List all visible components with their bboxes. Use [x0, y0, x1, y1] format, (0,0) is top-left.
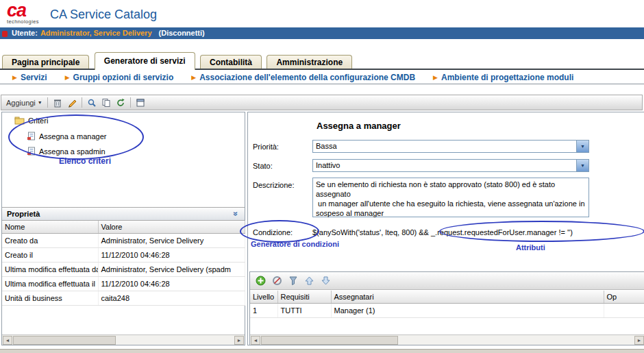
- collapse-icon[interactable]: «: [230, 208, 240, 219]
- chevron-down-icon[interactable]: ▼: [576, 141, 589, 152]
- add-menu-label: Aggiungi: [6, 99, 36, 107]
- subnav-arrow-icon: ▶: [191, 74, 196, 81]
- condition-label: Condizione:: [253, 228, 293, 236]
- description-textarea[interactable]: Se un elemento di richiesta non è stato …: [312, 178, 589, 217]
- page-title: Assegna a manager: [317, 121, 401, 131]
- tree-node-label: Criteri: [28, 117, 48, 125]
- property-name: Ultima modifica effettuata il: [2, 277, 98, 291]
- chevron-down-icon: ▼: [38, 100, 42, 105]
- assignees-col-assegnatari[interactable]: Assegnatari: [331, 291, 604, 304]
- app-title: CA Service Catalog: [50, 8, 157, 22]
- user-label: Utente:: [12, 29, 38, 37]
- assignee-requirements: TUTTI: [277, 304, 331, 318]
- tree-node-label: Assegna a manager: [39, 132, 106, 141]
- refresh-icon[interactable]: [116, 98, 125, 108]
- property-value: caita248: [98, 291, 245, 306]
- window-bottom-edge: [0, 349, 644, 353]
- state-select[interactable]: Inattivo ▼: [312, 159, 589, 172]
- criterion-icon: [27, 147, 36, 156]
- toolbar-separator: [82, 97, 82, 108]
- assignees-section: Livello Requisiti Assegnatari Op 1 TUTTI…: [249, 271, 644, 345]
- assignees-col-op[interactable]: Op: [604, 291, 644, 304]
- logout-link[interactable]: (Disconnetti): [159, 29, 205, 37]
- edit-pencil-icon[interactable]: [67, 98, 77, 108]
- ca-logo-text: ca: [7, 2, 48, 19]
- assignee-value: Manager (1): [331, 304, 604, 318]
- ca-logo: ca technologies: [7, 2, 48, 25]
- assignees-col-requisiti[interactable]: Requisiti: [277, 291, 331, 304]
- description-label: Descrizione:: [253, 181, 295, 189]
- annotation-criteria-list: Elenco criteri: [59, 156, 111, 166]
- criterion-icon: [27, 132, 36, 141]
- subnav-label: Gruppi opzioni di servizio: [73, 73, 174, 82]
- copy-icon[interactable]: [101, 98, 111, 108]
- tab-amministrazione[interactable]: Amministrazione: [267, 55, 352, 70]
- subnav-item-servizi[interactable]: ▶ Servizi: [12, 73, 47, 82]
- filter-icon[interactable]: [288, 276, 298, 286]
- subnav-label: Servizi: [21, 73, 47, 82]
- subnav-item-associazione-cmdb[interactable]: ▶ Associazione dell'elemento della confi…: [191, 73, 415, 82]
- ca-service-catalog-window: ca technologies CA Service Catalog Utent…: [0, 0, 644, 353]
- report-icon[interactable]: [136, 98, 145, 108]
- add-icon[interactable]: [256, 276, 266, 286]
- remove-icon[interactable]: [272, 276, 282, 286]
- assignee-op: [604, 304, 644, 318]
- subnav-label: Associazione dell'elemento della configu…: [199, 73, 415, 82]
- ca-logo-subtext: technologies: [7, 19, 48, 25]
- table-row: Ultima modifica effettuata daAdministrat…: [2, 263, 245, 277]
- delete-icon[interactable]: [53, 98, 62, 108]
- subnav: ▶ Servizi ▶ Gruppi opzioni di servizio ▶…: [0, 71, 644, 84]
- tree-node-assegna-a-manager[interactable]: Assegna a manager: [27, 132, 106, 141]
- state-value: Inattivo: [316, 161, 340, 169]
- table-row: Creato daAdministrator, Service Delivery: [2, 234, 245, 248]
- properties-col-nome[interactable]: Nome: [2, 221, 98, 234]
- property-value: 11/12/2010 04:46:28: [98, 277, 245, 291]
- tab-pagina-principale[interactable]: Pagina principale: [2, 55, 89, 70]
- move-up-icon[interactable]: [304, 276, 314, 286]
- scroll-left-icon[interactable]: ◄: [251, 336, 260, 345]
- subnav-arrow-icon: ▶: [65, 74, 70, 81]
- assignee-level: 1: [250, 304, 277, 318]
- scroll-right-icon[interactable]: ►: [234, 336, 244, 345]
- property-value: 11/12/2010 04:46:28: [98, 248, 245, 263]
- tab-generatore-di-servizi[interactable]: Generatore di servizi: [95, 52, 195, 70]
- subnav-item-gruppi-opzioni[interactable]: ▶ Gruppi opzioni di servizio: [65, 73, 174, 82]
- tree-node-criteri[interactable]: Criteri: [14, 117, 48, 125]
- subnav-item-ambiente-moduli[interactable]: ▶ Ambiente di progettazione moduli: [433, 73, 573, 82]
- tree-node-label: Assegna a spadmin: [39, 147, 106, 156]
- scrollbar-thumb[interactable]: [13, 336, 116, 345]
- toolbar-separator: [130, 97, 131, 108]
- assignees-table: Livello Requisiti Assegnatari Op 1 TUTTI…: [250, 291, 644, 318]
- table-row: Creato il11/12/2010 04:46:28: [2, 248, 245, 263]
- subnav-arrow-icon: ▶: [433, 74, 438, 81]
- assignees-horizontal-scrollbar[interactable]: ◄ ►: [250, 334, 644, 345]
- priority-select[interactable]: Bassa ▼: [312, 140, 589, 153]
- properties-title: Proprietà: [7, 210, 40, 218]
- scrollbar-thumb[interactable]: [261, 336, 398, 345]
- assignees-toolbar: [250, 272, 644, 290]
- property-name: Creato da: [2, 234, 98, 248]
- priority-value: Bassa: [316, 142, 337, 150]
- chevron-down-icon[interactable]: ▼: [576, 160, 589, 171]
- user-name: Administrator, Service Delivery: [40, 29, 152, 37]
- annotation-attributes: Attributi: [516, 243, 545, 252]
- user-bar: Utente:Administrator, Service Delivery(D…: [0, 27, 644, 39]
- property-value: Administrator, Service Delivery: [98, 234, 245, 248]
- assignees-col-livello[interactable]: Livello: [250, 291, 277, 304]
- tab-contabilita[interactable]: Contabilità: [200, 55, 262, 70]
- condition-field[interactable]: $(anySoWith('status', lteq, 800) && _.re…: [312, 228, 573, 236]
- left-horizontal-scrollbar[interactable]: ◄ ►: [2, 334, 245, 345]
- scroll-left-icon[interactable]: ◄: [3, 336, 12, 345]
- user-icon: [2, 31, 8, 37]
- move-down-icon[interactable]: [321, 276, 331, 286]
- scroll-right-icon[interactable]: ►: [634, 336, 644, 345]
- subnav-arrow-icon: ▶: [12, 74, 17, 81]
- table-row[interactable]: 1 TUTTI Manager (1): [250, 304, 644, 318]
- add-menu-button[interactable]: Aggiungi ▼: [6, 99, 42, 107]
- annotation-condition-builder: Generatore di condizioni: [251, 240, 339, 248]
- tree-node-assegna-a-spadmin[interactable]: Assegna a spadmin: [27, 147, 106, 156]
- main-tabs: Pagina principale Generatore di servizi …: [0, 52, 644, 70]
- properties-col-valore[interactable]: Valore: [98, 221, 245, 234]
- condition-prefix: $(anySoWith('status', lteq, 800) &&: [312, 228, 431, 236]
- search-icon[interactable]: [87, 98, 97, 108]
